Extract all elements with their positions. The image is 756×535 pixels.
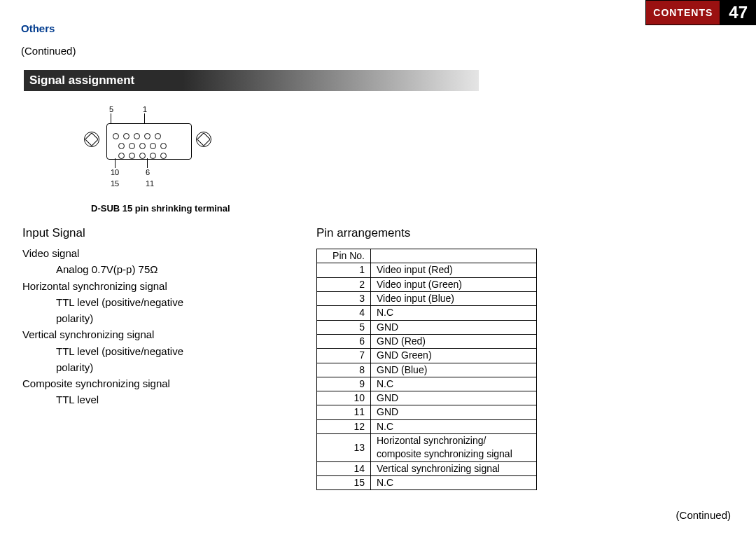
top-bar: CONTENTS 47: [645, 0, 756, 25]
pin-label-11: 11: [146, 179, 154, 188]
video-signal: Video signal: [22, 245, 281, 261]
table-row: 10GND: [317, 391, 537, 405]
table-row: 6GND (Red): [317, 334, 537, 348]
table-row: 8GND (Blue): [317, 363, 537, 377]
csync-sub: TTL level: [56, 391, 281, 408]
table-row: 11GND: [317, 405, 537, 419]
pin-label-10: 10: [111, 168, 119, 176]
table-row: 3Video input (Blue): [317, 291, 537, 305]
pin-label-6: 6: [146, 168, 150, 176]
continued-top: (Continued): [21, 45, 76, 57]
dsub-diagram: 5 1 10 6 15 11: [83, 105, 251, 203]
pin-label-1: 1: [143, 105, 147, 113]
vsync: Vertical synchronizing signal: [22, 326, 281, 342]
table-row: 2Video input (Green): [317, 277, 537, 291]
hsync-sub: TTL level (positive/negative polarity): [56, 294, 210, 327]
continued-bottom: (Continued): [676, 509, 731, 521]
contents-link[interactable]: CONTENTS: [645, 0, 720, 25]
pin-table: Pin No. 1Video input (Red) 2Video input …: [316, 249, 537, 490]
table-row: 4N.C: [317, 306, 537, 320]
table-row: 9N.C: [317, 377, 537, 391]
page-number: 47: [720, 0, 756, 25]
screw-right-icon: [196, 132, 211, 147]
section-others-label: Others: [21, 22, 55, 34]
connector-body: [106, 123, 192, 160]
table-row: 12N.C: [317, 419, 537, 433]
signal-assignment-heading: Signal assignment: [24, 70, 479, 91]
table-row: 7GND Green): [317, 349, 537, 363]
dsub-caption: D-SUB 15 pin shrinking terminal: [91, 203, 230, 214]
input-signal-list: Video signal Analog 0.7V(p-p) 75Ω Horizo…: [22, 245, 281, 408]
pin-desc-header: [371, 249, 537, 263]
pin-label-5: 5: [109, 105, 113, 113]
screw-left-icon: [84, 132, 99, 147]
table-row: 13Horizontal synchronizing/ composite sy…: [317, 434, 537, 462]
pin-arrangements-heading: Pin arrangements: [316, 226, 410, 240]
pin-label-15: 15: [111, 179, 119, 188]
input-signal-heading: Input Signal: [22, 226, 85, 240]
hsync: Horizontal synchronizing signal: [22, 278, 281, 294]
csync: Composite synchronizing signal: [22, 375, 281, 391]
pin-col-header: Pin No.: [317, 249, 371, 263]
video-signal-sub: Analog 0.7V(p-p) 75Ω: [56, 261, 281, 277]
vsync-sub: TTL level (positive/negative polarity): [56, 343, 210, 376]
table-row: 1Video input (Red): [317, 263, 537, 277]
page-root: CONTENTS 47 Others (Continued) Signal as…: [0, 0, 756, 535]
table-row: 14Vertical synchronizing signal: [317, 461, 537, 475]
table-row: 15N.C: [317, 476, 537, 490]
table-row: 5GND: [317, 320, 537, 334]
